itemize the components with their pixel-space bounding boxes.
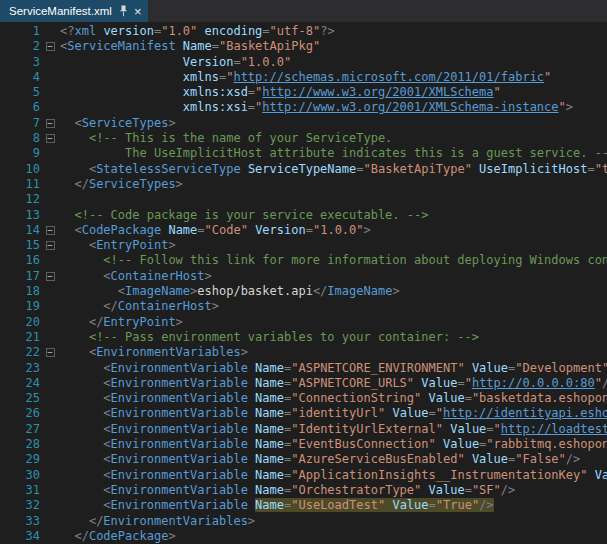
token: "Development" — [515, 361, 607, 375]
code-line[interactable]: 26 <EnvironmentVariable Name="identityUr… — [0, 406, 607, 421]
fold-gutter — [40, 468, 60, 483]
token: http://www.w3.org/2001/XMLSchema-instanc… — [262, 100, 558, 114]
token — [587, 468, 594, 482]
code-line[interactable]: 27 <EnvironmentVariable Name="IdentityUr… — [0, 422, 607, 437]
fold-collapse-icon[interactable]: − — [46, 134, 55, 143]
fold-collapse-icon[interactable]: − — [46, 42, 55, 51]
fold-gutter — [40, 162, 60, 177]
code-line[interactable]: 9 The UseImplicitHost attribute indicate… — [0, 146, 607, 161]
line-number: 18 — [0, 284, 40, 299]
token: EnvironmentVariable — [111, 498, 248, 512]
fold-collapse-icon[interactable]: − — [46, 226, 55, 235]
pin-icon[interactable] — [119, 5, 128, 17]
token: < — [103, 376, 110, 390]
token: Name — [255, 391, 284, 405]
code-line[interactable]: 28 <EnvironmentVariable Name="EventBusCo… — [0, 437, 607, 452]
code-line[interactable]: 2−<ServiceManifest Name="BasketApiPkg" — [0, 39, 607, 54]
token — [60, 55, 183, 69]
code-line[interactable]: 24 <EnvironmentVariable Name="ASPNETCORE… — [0, 376, 607, 391]
token: http://www.w3.org/2001/XMLSchema — [262, 85, 493, 99]
token: Value — [392, 406, 428, 420]
code-line[interactable]: 20 </EntryPoint> — [0, 315, 607, 330]
code-line[interactable]: 5 xmlns:xsd="http://www.w3.org/2001/XMLS… — [0, 85, 607, 100]
code-text: <EntryPoint> — [60, 238, 607, 253]
code-line[interactable]: 34 </CodePackage> — [0, 529, 607, 544]
token: " — [494, 422, 501, 436]
code-line[interactable]: 6 xmlns:xsi="http://www.w3.org/2001/XMLS… — [0, 100, 607, 115]
code-line[interactable]: 18 <ImageName>eshop/basket.api</ImageNam… — [0, 284, 607, 299]
code-text: <EnvironmentVariable Name="identityUrl" … — [60, 406, 607, 421]
token: "ASPNETCORE_ENVIRONMENT" — [291, 361, 464, 375]
token — [60, 269, 103, 283]
token: xml — [74, 24, 96, 38]
token: </ — [74, 177, 88, 191]
token — [60, 116, 74, 130]
code-line[interactable]: 19 </ContainerHost> — [0, 299, 607, 314]
code-line[interactable]: 14− <CodePackage Name="Code" Version="1.… — [0, 223, 607, 238]
token: = — [197, 223, 204, 237]
code-line[interactable]: 8− <!-- This is the name of your Service… — [0, 131, 607, 146]
token: /> — [602, 376, 607, 390]
token: ?> — [320, 24, 334, 38]
close-icon[interactable]: × — [134, 5, 142, 18]
token: </ — [74, 529, 88, 543]
token: " — [595, 376, 602, 390]
token: </ — [89, 315, 103, 329]
fold-collapse-icon[interactable]: − — [46, 348, 55, 357]
fold-collapse-icon[interactable]: − — [46, 119, 55, 128]
code-text: <!-- This is the name of your ServiceTyp… — [60, 131, 607, 146]
code-line[interactable]: 11 </ServiceTypes> — [0, 177, 607, 192]
code-line[interactable]: 21 <!-- Pass environment variables to yo… — [0, 330, 607, 345]
line-number: 3 — [0, 55, 40, 70]
token: ContainerHost — [111, 269, 205, 283]
code-line[interactable]: 25 <EnvironmentVariable Name="Connection… — [0, 391, 607, 406]
fold-gutter: − — [40, 345, 60, 360]
line-number: 12 — [0, 192, 40, 207]
line-number: 9 — [0, 146, 40, 161]
token — [197, 24, 204, 38]
code-line[interactable]: 17− <ContainerHost> — [0, 269, 607, 284]
token: > — [212, 299, 219, 313]
token: " — [559, 100, 566, 114]
fold-collapse-icon[interactable]: − — [46, 272, 55, 281]
code-line[interactable]: 15− <EntryPoint> — [0, 238, 607, 253]
code-line[interactable]: 13 <!-- Code package is your service exe… — [0, 208, 607, 223]
code-line[interactable]: 10 <StatelessServiceType ServiceTypeName… — [0, 162, 607, 177]
token: Value — [443, 437, 479, 451]
fold-gutter — [40, 85, 60, 100]
token: Name — [255, 361, 284, 375]
token: " — [465, 376, 472, 390]
code-line[interactable]: 32 <EnvironmentVariable Name="UseLoadTes… — [0, 498, 607, 513]
token — [60, 223, 74, 237]
code-line[interactable]: 23 <EnvironmentVariable Name="ASPNETCORE… — [0, 361, 607, 376]
code-editor[interactable]: 1<?xml version="1.0" encoding="utf-8"?>2… — [0, 22, 607, 544]
token — [60, 498, 103, 512]
token: encoding — [205, 24, 263, 38]
fold-collapse-icon[interactable]: − — [46, 241, 55, 250]
token — [60, 345, 89, 359]
code-line[interactable]: 1<?xml version="1.0" encoding="utf-8"?> — [0, 24, 607, 39]
code-line[interactable]: 16 <!-- Follow this link for more inform… — [0, 253, 607, 268]
code-line[interactable]: 29 <EnvironmentVariable Name="AzureServi… — [0, 452, 607, 467]
token — [60, 483, 103, 497]
code-line[interactable]: 7− <ServiceTypes> — [0, 116, 607, 131]
tab-title: ServiceManifest.xml — [9, 5, 112, 17]
token: = — [587, 162, 594, 176]
token: </ — [89, 514, 103, 528]
code-line[interactable]: 33 </EnvironmentVariables> — [0, 514, 607, 529]
token — [60, 85, 183, 99]
code-line[interactable]: 4 xmlns="http://schemas.microsoft.com/20… — [0, 70, 607, 85]
token — [60, 391, 103, 405]
fold-gutter — [40, 422, 60, 437]
code-text: <CodePackage Name="Code" Version="1.0.0"… — [60, 223, 607, 238]
token: Name — [255, 468, 284, 482]
code-line[interactable]: 22− <EnvironmentVariables> — [0, 345, 607, 360]
code-text: <EnvironmentVariable Name="ApplicationIn… — [60, 468, 607, 483]
code-line[interactable]: 31 <EnvironmentVariable Name="Orchestrat… — [0, 483, 607, 498]
code-line[interactable]: 30 <EnvironmentVariable Name="Applicatio… — [0, 468, 607, 483]
code-line[interactable]: 12 — [0, 192, 607, 207]
tab-servicemanifest[interactable]: ServiceManifest.xml × — [0, 0, 148, 22]
token — [60, 315, 89, 329]
fold-gutter: − — [40, 223, 60, 238]
code-line[interactable]: 3 Version="1.0.0" — [0, 55, 607, 70]
